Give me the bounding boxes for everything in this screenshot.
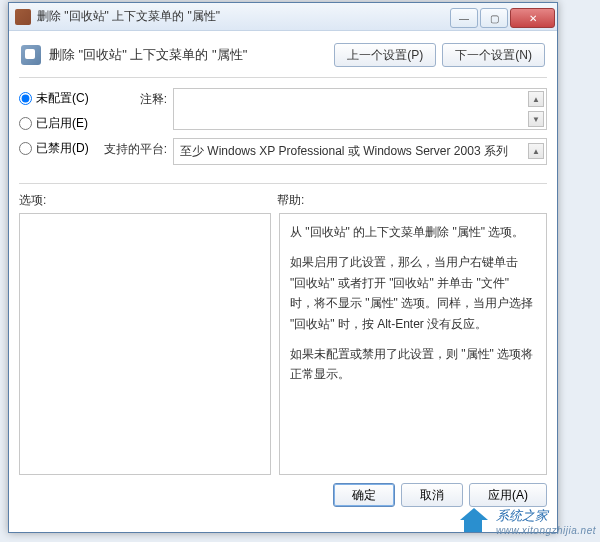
content-area: 删除 "回收站" 上下文菜单的 "属性" 上一个设置(P) 下一个设置(N) 未…: [9, 31, 557, 517]
help-paragraph: 如果启用了此设置，那么，当用户右键单击 "回收站" 或者打开 "回收站" 并单击…: [290, 252, 536, 334]
comment-label: 注释:: [101, 88, 173, 130]
radio-not-configured-label: 未配置(C): [36, 90, 89, 107]
ok-button[interactable]: 确定: [333, 483, 395, 507]
platform-label: 支持的平台:: [101, 138, 173, 165]
help-paragraph: 如果未配置或禁用了此设置，则 "属性" 选项将正常显示。: [290, 344, 536, 385]
platform-field: 至少 Windows XP Professional 或 Windows Ser…: [173, 138, 547, 165]
maximize-button[interactable]: ▢: [480, 8, 508, 28]
lower-labels: 选项: 帮助:: [19, 184, 547, 213]
next-setting-button[interactable]: 下一个设置(N): [442, 43, 545, 67]
radio-disabled-input[interactable]: [19, 142, 32, 155]
scroll-up-icon[interactable]: ▲: [528, 143, 544, 159]
platform-value: 至少 Windows XP Professional 或 Windows Ser…: [174, 139, 546, 164]
radio-group: 未配置(C) 已启用(E) 已禁用(D): [19, 88, 101, 173]
fields-column: 注释: ▲ ▼ 支持的平台: 至少 Windows XP Professiona…: [101, 88, 547, 173]
scroll-up-icon[interactable]: ▲: [528, 91, 544, 107]
previous-setting-button[interactable]: 上一个设置(P): [334, 43, 436, 67]
cancel-button[interactable]: 取消: [401, 483, 463, 507]
app-icon: [15, 9, 31, 25]
radio-enabled[interactable]: 已启用(E): [19, 115, 101, 132]
config-section: 未配置(C) 已启用(E) 已禁用(D) 注释: ▲ ▼: [19, 78, 547, 184]
policy-icon: [21, 45, 41, 65]
scroll-down-icon[interactable]: ▼: [528, 111, 544, 127]
window-title: 删除 "回收站" 上下文菜单的 "属性": [37, 8, 450, 25]
radio-disabled-label: 已禁用(D): [36, 140, 89, 157]
radio-enabled-input[interactable]: [19, 117, 32, 130]
comment-field[interactable]: ▲ ▼: [173, 88, 547, 130]
radio-enabled-label: 已启用(E): [36, 115, 88, 132]
apply-button[interactable]: 应用(A): [469, 483, 547, 507]
radio-not-configured[interactable]: 未配置(C): [19, 90, 101, 107]
header-row: 删除 "回收站" 上下文菜单的 "属性" 上一个设置(P) 下一个设置(N): [19, 39, 547, 78]
close-button[interactable]: ✕: [510, 8, 555, 28]
options-label: 选项:: [19, 192, 277, 209]
minimize-button[interactable]: —: [450, 8, 478, 28]
help-pane[interactable]: 从 "回收站" 的上下文菜单删除 "属性" 选项。 如果启用了此设置，那么，当用…: [279, 213, 547, 475]
platform-row: 支持的平台: 至少 Windows XP Professional 或 Wind…: [101, 138, 547, 165]
panes: 从 "回收站" 的上下文菜单删除 "属性" 选项。 如果启用了此设置，那么，当用…: [19, 213, 547, 475]
comment-row: 注释: ▲ ▼: [101, 88, 547, 130]
options-pane[interactable]: [19, 213, 271, 475]
help-label: 帮助:: [277, 192, 547, 209]
radio-not-configured-input[interactable]: [19, 92, 32, 105]
policy-title: 删除 "回收站" 上下文菜单的 "属性": [49, 46, 328, 64]
titlebar: 删除 "回收站" 上下文菜单的 "属性" — ▢ ✕: [9, 3, 557, 31]
dialog-window: 删除 "回收站" 上下文菜单的 "属性" — ▢ ✕ 删除 "回收站" 上下文菜…: [8, 2, 558, 533]
help-paragraph: 从 "回收站" 的上下文菜单删除 "属性" 选项。: [290, 222, 536, 242]
radio-disabled[interactable]: 已禁用(D): [19, 140, 101, 157]
comment-value: [174, 89, 546, 97]
dialog-buttons: 确定 取消 应用(A): [19, 475, 547, 507]
window-controls: — ▢ ✕: [450, 5, 557, 28]
